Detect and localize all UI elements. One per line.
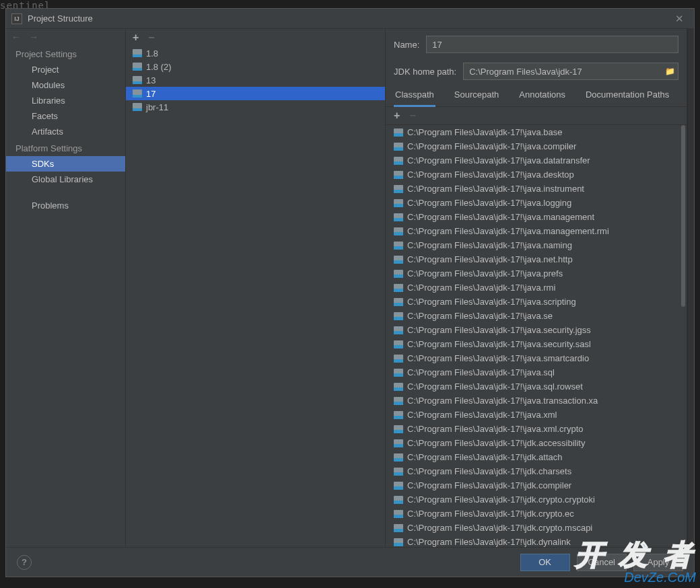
module-icon	[394, 453, 403, 462]
classpath-path: C:\Program Files\Java\jdk-17!\java.deskt…	[407, 170, 574, 180]
module-icon	[394, 326, 403, 334]
scrollbar-thumb[interactable]	[681, 125, 685, 307]
classpath-list[interactable]: C:\Program Files\Java\jdk-17!\java.baseC…	[386, 125, 687, 547]
name-label: Name:	[394, 40, 419, 50]
nav-problems[interactable]: Problems	[6, 198, 125, 213]
classpath-item[interactable]: C:\Program Files\Java\jdk-17!\java.manag…	[386, 210, 687, 224]
classpath-item[interactable]: C:\Program Files\Java\jdk-17!\java.prefs	[386, 266, 687, 281]
cancel-button[interactable]: Cancel	[577, 554, 627, 571]
classpath-item[interactable]: C:\Program Files\Java\jdk-17!\java.scrip…	[386, 295, 687, 309]
module-icon	[394, 510, 403, 518]
classpath-path: C:\Program Files\Java\jdk-17!\jdk.charse…	[407, 466, 571, 476]
classpath-item[interactable]: C:\Program Files\Java\jdk-17!\jdk.attach	[386, 450, 687, 464]
sdk-item[interactable]: 13	[126, 73, 385, 87]
nav-item-artifacts[interactable]: Artifacts	[6, 124, 125, 139]
classpath-path: C:\Program Files\Java\jdk-17!\java.sql	[407, 367, 555, 377]
classpath-item[interactable]: C:\Program Files\Java\jdk-17!\java.net.h…	[386, 252, 687, 266]
classpath-path: C:\Program Files\Java\jdk-17!\java.prefs	[407, 268, 563, 279]
nav-item-sdks[interactable]: SDKs	[6, 156, 125, 172]
remove-sdk-button[interactable]: −	[148, 32, 154, 44]
browse-folder-icon[interactable]: 📁	[665, 67, 675, 76]
classpath-item[interactable]: C:\Program Files\Java\jdk-17!\jdk.compil…	[386, 478, 687, 492]
classpath-item[interactable]: C:\Program Files\Java\jdk-17!\java.base	[386, 125, 687, 139]
nav-item-facets[interactable]: Facets	[6, 108, 125, 124]
folder-icon	[133, 103, 142, 111]
sdk-toolbar: + −	[126, 29, 385, 46]
tab-sourcepath[interactable]: Sourcepath	[453, 85, 501, 106]
classpath-item[interactable]: C:\Program Files\Java\jdk-17!\jdk.charse…	[386, 464, 687, 478]
path-input[interactable]: C:\Program Files\Java\jdk-17 📁	[463, 63, 678, 80]
module-icon	[394, 355, 403, 363]
classpath-item[interactable]: C:\Program Files\Java\jdk-17!\jdk.crypto…	[386, 492, 687, 507]
nav-item-project[interactable]: Project	[6, 62, 125, 77]
classpath-item[interactable]: C:\Program Files\Java\jdk-17!\java.instr…	[386, 182, 687, 196]
classpath-item[interactable]: C:\Program Files\Java\jdk-17!\java.manag…	[386, 224, 687, 238]
apply-button[interactable]: Apply	[633, 554, 683, 571]
classpath-item[interactable]: C:\Program Files\Java\jdk-17!\jdk.crypto…	[386, 521, 687, 535]
classpath-item[interactable]: C:\Program Files\Java\jdk-17!\java.namin…	[386, 238, 687, 252]
help-button[interactable]: ?	[17, 555, 32, 570]
classpath-item[interactable]: C:\Program Files\Java\jdk-17!\java.xml.c…	[386, 422, 687, 436]
forward-arrow-icon[interactable]: →	[29, 32, 38, 42]
name-input[interactable]	[426, 36, 678, 53]
classpath-path: C:\Program Files\Java\jdk-17!\java.datat…	[407, 155, 590, 166]
module-icon	[394, 369, 403, 377]
tab-classpath[interactable]: Classpath	[394, 85, 435, 107]
sdk-item[interactable]: 1.8	[126, 46, 385, 60]
nav-item-libraries[interactable]: Libraries	[6, 93, 125, 108]
classpath-item[interactable]: C:\Program Files\Java\jdk-17!\jdk.dynali…	[386, 535, 687, 547]
sdk-item-label: 1.8	[146, 48, 158, 59]
add-sdk-button[interactable]: +	[133, 32, 139, 44]
module-icon	[394, 171, 403, 179]
sdk-item-label: 17	[146, 89, 155, 99]
classpath-item[interactable]: C:\Program Files\Java\jdk-17!\java.deskt…	[386, 168, 687, 182]
classpath-path: C:\Program Files\Java\jdk-17!\java.instr…	[407, 184, 584, 194]
close-button[interactable]: ✕	[670, 9, 689, 28]
nav-item-modules[interactable]: Modules	[6, 77, 125, 93]
classpath-path: C:\Program Files\Java\jdk-17!\java.net.h…	[407, 254, 573, 264]
nav-item-global-libraries[interactable]: Global Libraries	[6, 172, 125, 187]
ok-button[interactable]: OK	[520, 554, 570, 571]
classpath-item[interactable]: C:\Program Files\Java\jdk-17!\java.rmi	[386, 281, 687, 295]
classpath-item[interactable]: C:\Program Files\Java\jdk-17!\jdk.crypto…	[386, 507, 687, 521]
classpath-item[interactable]: C:\Program Files\Java\jdk-17!\java.compi…	[386, 139, 687, 153]
module-icon	[394, 284, 403, 292]
module-icon	[394, 397, 403, 405]
platform-settings-header: Platform Settings	[6, 139, 125, 156]
remove-classpath-button[interactable]: −	[409, 110, 415, 122]
module-icon	[394, 468, 403, 476]
folder-icon	[133, 76, 142, 84]
classpath-item[interactable]: C:\Program Files\Java\jdk-17!\jdk.access…	[386, 436, 687, 450]
classpath-item[interactable]: C:\Program Files\Java\jdk-17!\java.loggi…	[386, 196, 687, 210]
classpath-item[interactable]: C:\Program Files\Java\jdk-17!\java.sql.r…	[386, 379, 687, 394]
classpath-item[interactable]: C:\Program Files\Java\jdk-17!\java.smart…	[386, 351, 687, 365]
tab-annotations[interactable]: Annotations	[518, 85, 567, 106]
sdk-list-panel: + − 1.81.8 (2)1317jbr-11	[126, 29, 386, 547]
module-icon	[394, 411, 403, 419]
sdk-item[interactable]: jbr-11	[126, 100, 385, 114]
classpath-item[interactable]: C:\Program Files\Java\jdk-17!\java.sql	[386, 365, 687, 379]
sdk-item-label: 1.8 (2)	[146, 62, 172, 72]
classpath-item[interactable]: C:\Program Files\Java\jdk-17!\java.se	[386, 309, 687, 323]
path-label: JDK home path:	[394, 67, 456, 77]
module-icon	[394, 340, 403, 348]
add-classpath-button[interactable]: +	[394, 110, 400, 122]
classpath-path: C:\Program Files\Java\jdk-17!\java.compi…	[407, 141, 576, 151]
titlebar: IJ Project Structure ✕	[6, 9, 694, 29]
classpath-item[interactable]: C:\Program Files\Java\jdk-17!\java.secur…	[386, 337, 687, 351]
module-icon	[394, 524, 403, 532]
classpath-path: C:\Program Files\Java\jdk-17!\java.manag…	[407, 212, 594, 222]
tab-documentation-paths[interactable]: Documentation Paths	[584, 85, 670, 106]
nav-arrows: ← →	[6, 29, 125, 45]
module-icon	[394, 270, 403, 278]
back-arrow-icon[interactable]: ←	[11, 32, 21, 42]
classpath-item[interactable]: C:\Program Files\Java\jdk-17!\java.trans…	[386, 394, 687, 408]
classpath-item[interactable]: C:\Program Files\Java\jdk-17!\java.secur…	[386, 323, 687, 337]
sdk-list[interactable]: 1.81.8 (2)1317jbr-11	[126, 46, 385, 547]
folder-icon	[133, 49, 142, 57]
sdk-item[interactable]: 1.8 (2)	[126, 60, 385, 73]
classpath-item[interactable]: C:\Program Files\Java\jdk-17!\java.datat…	[386, 153, 687, 168]
sdk-item[interactable]: 17	[126, 87, 385, 100]
classpath-item[interactable]: C:\Program Files\Java\jdk-17!\java.xml	[386, 408, 687, 422]
classpath-path: C:\Program Files\Java\jdk-17!\jdk.compil…	[407, 480, 571, 490]
